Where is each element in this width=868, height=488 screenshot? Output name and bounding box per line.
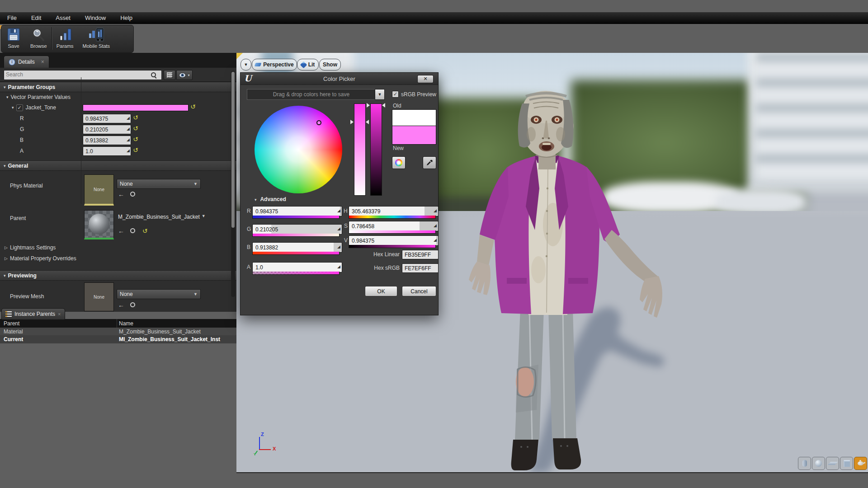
color-picker-dialog: U Color Picker ✕ Drag & drop colors here…	[240, 72, 439, 315]
a-label: A	[247, 264, 250, 270]
r-input[interactable]: 0.984375◢	[252, 206, 342, 216]
s-input[interactable]: 0.786458◢	[349, 221, 439, 231]
search-input[interactable]	[4, 70, 152, 79]
preview-mesh-dropdown[interactable]: None▼	[117, 289, 201, 299]
h-input[interactable]: 305.463379◢	[349, 206, 439, 216]
theme-dropdown-button[interactable]: ▼	[375, 89, 385, 100]
menu-file[interactable]: File	[0, 14, 24, 21]
viewport-options-button[interactable]: ▼	[241, 59, 251, 70]
tab-details[interactable]: i Details ×	[4, 56, 49, 68]
cancel-button[interactable]: Cancel	[402, 286, 436, 296]
v-input[interactable]: 0.984375◢	[349, 235, 439, 246]
saturation-handle-left[interactable]	[350, 120, 354, 124]
browse-to-asset-icon[interactable]	[130, 228, 135, 233]
saturation-slider[interactable]	[354, 103, 366, 196]
table-row-current[interactable]: Current MI_Zombie_Business_Suit_Jacket_I…	[0, 335, 236, 343]
cylinder-shape-button[interactable]	[798, 457, 811, 470]
instance-parents-close-icon[interactable]: ×	[58, 311, 61, 317]
teapot-shape-button[interactable]	[854, 457, 867, 470]
saturation-handle-right[interactable]	[366, 120, 369, 124]
plane-icon	[827, 462, 837, 465]
r-value-input[interactable]: 0.984375◢	[83, 114, 131, 123]
search-box[interactable]	[4, 70, 162, 80]
details-scrollbar[interactable]	[231, 71, 235, 297]
browse-icon	[31, 27, 46, 42]
column-parent[interactable]: Parent	[4, 320, 19, 327]
save-button[interactable]: Save	[1, 25, 26, 53]
table-row[interactable]: Material M_Zombie_Business_Suit_Jacket	[0, 328, 236, 335]
details-tab-close-icon[interactable]: ×	[41, 59, 44, 65]
tab-instance-parents[interactable]: Instance Parents ×	[1, 308, 65, 320]
lightmass-settings-row[interactable]: ▷ Lightmass Settings	[0, 243, 236, 253]
parent-thumbnail[interactable]	[84, 210, 114, 239]
browse-to-asset-icon[interactable]	[130, 302, 135, 307]
channel-label: B	[20, 137, 24, 143]
menu-edit[interactable]: Edit	[24, 14, 48, 21]
theme-drop-area[interactable]: Drag & drop colors here to save	[247, 89, 376, 100]
mobile-stats-icon	[86, 27, 106, 42]
advanced-expander[interactable]: ▾ Advanced	[255, 196, 286, 202]
visibility-filter-button[interactable]: ▾	[176, 70, 193, 80]
reset-icon[interactable]: ↺	[133, 147, 138, 153]
reset-icon[interactable]: ↺	[142, 227, 148, 235]
a-value-input[interactable]: 1.0◢	[83, 146, 131, 156]
material-property-overrides-row[interactable]: ▷ Material Property Overrides	[0, 253, 236, 263]
viewport-corner-icon[interactable]	[236, 53, 243, 59]
jacket-color-swatch[interactable]	[83, 104, 189, 111]
show-button[interactable]: Show	[319, 59, 341, 70]
mobile-stats-button[interactable]: Mobile Stats	[78, 25, 115, 53]
use-selected-icon[interactable]: ←	[118, 227, 124, 235]
color-picker-titlebar[interactable]: U Color Picker ✕	[241, 73, 438, 85]
category-parameter-groups[interactable]: ▾ Parameter Groups	[0, 82, 236, 92]
lit-button[interactable]: Lit	[297, 59, 319, 70]
color-wheel[interactable]	[255, 106, 342, 193]
reset-icon[interactable]: ↺	[133, 126, 138, 131]
sphere-shape-button[interactable]	[812, 457, 825, 470]
plane-shape-button[interactable]	[826, 457, 839, 470]
eyedropper-button[interactable]	[423, 156, 436, 169]
cube-shape-button[interactable]	[840, 457, 853, 470]
g-value-input[interactable]: 0.210205◢	[83, 125, 131, 134]
menu-asset[interactable]: Asset	[48, 14, 78, 21]
use-selected-icon[interactable]: ←	[118, 301, 124, 309]
menu-window[interactable]: Window	[78, 14, 113, 21]
preview-mesh-thumbnail[interactable]: None	[84, 282, 114, 311]
teapot-icon	[858, 461, 863, 465]
vector-parameter-values-row[interactable]: ▾ Vector Parameter Values	[0, 93, 236, 102]
jacket-tone-row[interactable]: ▾ ✓ Jacket_Tone ↺	[0, 103, 236, 113]
sphere-icon	[815, 460, 822, 467]
b-input[interactable]: 0.913882◢	[252, 242, 342, 253]
hex-srgb-input[interactable]: FE7EF6FF	[402, 263, 439, 273]
use-selected-icon[interactable]: ←	[118, 191, 124, 198]
params-button[interactable]: Params	[52, 25, 78, 53]
grid-view-button[interactable]	[164, 70, 175, 80]
a-input[interactable]: 1.0◢	[252, 262, 342, 272]
dialog-close-button[interactable]: ✕	[417, 75, 434, 83]
color-wheel-cursor[interactable]	[316, 120, 321, 125]
value-handle-left[interactable]	[367, 103, 370, 108]
browse-button[interactable]: Browse	[26, 25, 52, 53]
value-slider[interactable]	[370, 103, 382, 196]
value-handle-right[interactable]	[382, 103, 385, 108]
hex-linear-input[interactable]: FB35E9FF	[402, 250, 439, 259]
menu-help[interactable]: Help	[113, 14, 140, 21]
reset-icon[interactable]: ↺	[190, 104, 196, 109]
parent-asset-combo[interactable]: M_Zombie_Business_Suit_Jacket ▼	[118, 214, 198, 220]
wheel-mode-button[interactable]	[392, 156, 406, 169]
column-name[interactable]: Name	[119, 320, 133, 327]
category-general[interactable]: ▾ General	[0, 160, 236, 171]
reset-icon[interactable]: ↺	[133, 136, 138, 142]
browse-to-asset-icon[interactable]	[130, 192, 135, 197]
g-input[interactable]: 0.210205◢	[252, 224, 342, 235]
phys-material-thumbnail[interactable]: None	[84, 174, 114, 206]
jacket-tone-checkbox[interactable]: ✓	[16, 104, 23, 111]
reset-icon[interactable]: ↺	[133, 115, 138, 120]
phys-material-dropdown[interactable]: None▼	[117, 179, 201, 189]
srgb-preview-checkbox[interactable]: ✓	[392, 91, 399, 98]
ok-button[interactable]: OK	[365, 286, 397, 296]
b-value-input[interactable]: 0.913882◢	[83, 136, 131, 145]
perspective-button[interactable]: Perspective	[252, 59, 297, 70]
instance-parents-icon	[5, 311, 12, 317]
unreal-material-instance-editor: File Edit Asset Window Help Save	[0, 0, 868, 488]
category-previewing[interactable]: ▾ Previewing	[0, 270, 236, 281]
